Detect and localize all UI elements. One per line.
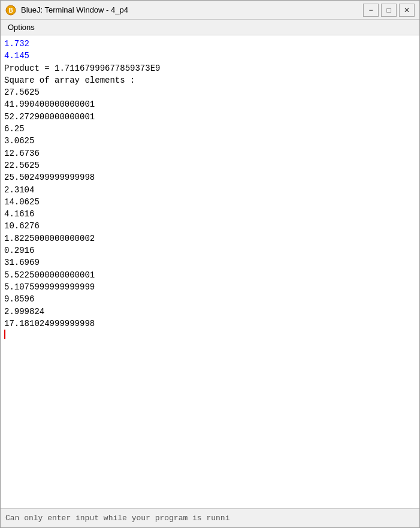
status-text: Can only enter input while your program … [5,514,229,523]
terminal-area: 1.732 4.145 Product = 1.7116799967785937… [1,35,419,508]
close-button[interactable]: ✕ [399,4,415,17]
terminal-line: Square of array elements : [4,76,135,85]
cursor [4,330,5,339]
svg-text:B: B [8,7,13,14]
options-menu[interactable]: Options [3,22,40,33]
terminal-line: 12.6736 [4,149,40,158]
main-window: B BlueJ: Terminal Window - 4_p4 − □ ✕ Op… [0,0,420,528]
terminal-line: 4.145 [4,51,29,61]
terminal-line: 9.8596 [4,294,34,304]
terminal-line: 10.6276 [4,221,40,231]
terminal-line: 0.2916 [4,246,34,255]
minimize-button[interactable]: − [363,4,379,17]
window-controls: − □ ✕ [363,4,415,17]
terminal-line: 41.990400000000001 [4,99,95,109]
cursor-line [4,330,417,339]
terminal-line: 27.5625 [4,88,40,97]
terminal-line: 25.502499999999998 [4,173,95,182]
title-bar: B BlueJ: Terminal Window - 4_p4 − □ ✕ [1,1,419,20]
terminal-line: 2.3104 [4,185,34,195]
menu-bar: Options [1,20,419,35]
terminal-line: 2.999824 [4,307,44,316]
terminal-line: 14.0625 [4,197,40,207]
terminal-line: 1.8225000000000002 [4,234,95,243]
terminal-line: 17.181024999999998 [4,319,95,328]
terminal-line: 22.5625 [4,161,40,170]
terminal-line: 3.0625 [4,136,34,146]
window-title: BlueJ: Terminal Window - 4_p4 [21,5,358,14]
terminal-line: 1.732 [4,39,29,49]
terminal-line: 5.1075999999999999 [4,282,95,292]
terminal-output[interactable]: 1.732 4.145 Product = 1.7116799967785937… [1,35,419,508]
terminal-line: 6.25 [4,124,25,134]
status-bar: Can only enter input while your program … [1,508,419,527]
maximize-button[interactable]: □ [381,4,397,17]
app-icon: B [5,5,16,16]
terminal-line: 52.272900000000001 [4,112,95,122]
terminal-line: 4.1616 [4,209,34,219]
terminal-line: 31.6969 [4,258,40,267]
terminal-line: Product = 1.71167999677859373E9 [4,64,160,73]
terminal-line: 5.5225000000000001 [4,270,95,280]
